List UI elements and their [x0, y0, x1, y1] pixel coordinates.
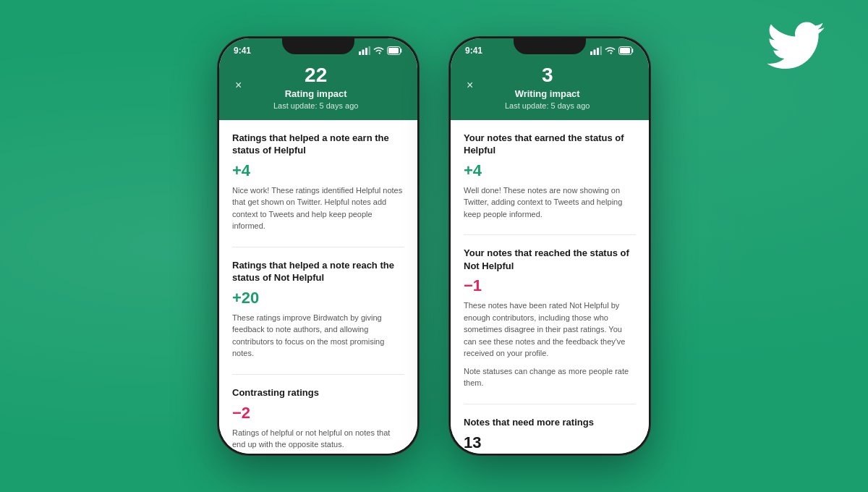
section-right-3: Notes that need more ratings 13 Notes th…	[464, 416, 636, 454]
section-right-1-value: +4	[464, 161, 636, 180]
section-right-3-value: 13	[464, 433, 636, 452]
section-left-2: Ratings that helped a note reach the sta…	[232, 259, 404, 360]
close-button-right[interactable]: ×	[467, 79, 473, 92]
divider-right-1	[464, 234, 636, 235]
header-left: 22 Rating impact Last update: 5 days ago	[242, 62, 390, 110]
divider-left-1	[232, 247, 404, 247]
header-title-left: Rating impact	[242, 88, 390, 99]
svg-rect-2	[365, 48, 367, 55]
svg-rect-8	[597, 48, 599, 55]
section-left-1-title: Ratings that helped a note earn the stat…	[232, 132, 404, 157]
phone-left-content: Ratings that helped a note earn the stat…	[219, 120, 417, 454]
header-title-right: Writing impact	[473, 88, 621, 99]
phone-left-header: 9:41	[219, 38, 417, 120]
svg-rect-7	[594, 50, 596, 56]
section-left-2-desc: These ratings improve Birdwatch by givin…	[232, 312, 404, 360]
svg-rect-11	[620, 48, 630, 54]
battery-icon-left	[387, 46, 403, 55]
section-left-3-title: Contrasting ratings	[232, 386, 404, 399]
phone-left: 9:41	[217, 36, 420, 456]
svg-rect-0	[359, 51, 361, 55]
divider-left-2	[232, 374, 404, 375]
section-right-2: Your notes that reached the status of No…	[464, 247, 636, 389]
section-left-1-value: +4	[232, 161, 404, 180]
section-right-2-desc: These notes have been rated Not Helpful …	[464, 300, 636, 360]
section-right-1-title: Your notes that earned the status of Hel…	[464, 132, 636, 157]
section-left-1: Ratings that helped a note earn the stat…	[232, 132, 404, 232]
wifi-icon-right	[605, 46, 616, 55]
section-right-3-title: Notes that need more ratings	[464, 416, 636, 429]
section-right-1: Your notes that earned the status of Hel…	[464, 132, 636, 221]
status-time-right: 9:41	[465, 46, 482, 56]
notch-left	[282, 38, 354, 54]
header-number-right: 3	[473, 64, 621, 87]
section-left-3: Contrasting ratings −2 Ratings of helpfu…	[232, 386, 404, 454]
section-right-1-desc: Well done! These notes are now showing o…	[464, 184, 636, 221]
signal-icon-right	[590, 46, 602, 55]
svg-rect-3	[369, 46, 371, 55]
status-icons-right	[590, 46, 634, 55]
status-time-left: 9:41	[234, 46, 251, 56]
svg-rect-6	[590, 51, 592, 55]
section-right-2-value: −1	[464, 276, 636, 295]
section-left-3-value: −2	[232, 404, 404, 423]
section-left-3-desc: Ratings of helpful or not helpful on not…	[232, 427, 404, 451]
phone-right-header: 9:41	[451, 38, 649, 120]
section-left-2-value: +20	[232, 289, 404, 308]
status-icons-left	[359, 46, 403, 55]
wifi-icon-left	[373, 46, 384, 55]
phone-right-content: Your notes that earned the status of Hel…	[451, 120, 649, 454]
section-left-1-desc: Nice work! These ratings identified Help…	[232, 184, 404, 232]
header-subtitle-right: Last update: 5 days ago	[473, 101, 621, 110]
divider-right-2	[464, 404, 636, 404]
svg-rect-1	[362, 50, 365, 56]
phone-right: 9:41	[448, 36, 651, 456]
battery-icon-right	[618, 46, 634, 55]
header-right: 3 Writing impact Last update: 5 days ago	[473, 62, 621, 110]
close-button-left[interactable]: ×	[235, 79, 242, 92]
header-subtitle-left: Last update: 5 days ago	[242, 101, 390, 110]
section-right-2-title: Your notes that reached the status of No…	[464, 247, 636, 272]
signal-icon-left	[359, 46, 370, 55]
svg-rect-9	[600, 46, 603, 55]
twitter-logo	[767, 22, 825, 69]
notch-right	[514, 38, 586, 54]
section-right-2-desc2: Note statuses can change as more people …	[464, 365, 636, 389]
section-left-2-title: Ratings that helped a note reach the sta…	[232, 259, 404, 284]
svg-rect-5	[388, 48, 399, 54]
header-number-left: 22	[242, 64, 390, 87]
